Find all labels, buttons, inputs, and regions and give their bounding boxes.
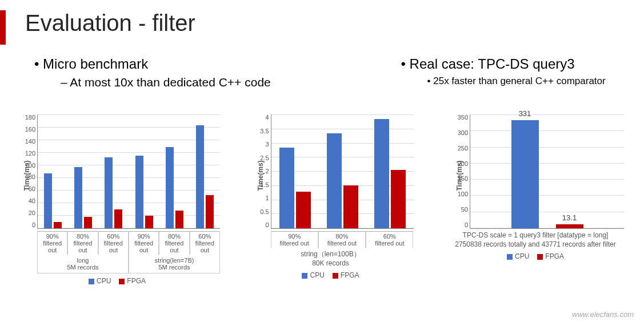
bar-cpu: [74, 167, 82, 228]
bar-fpga: [145, 216, 153, 228]
legend-fpga: FPGA: [119, 277, 146, 285]
chart-2-plot: Time(ms) 43.532.521.510.50: [271, 114, 414, 229]
slide-title: Evaluation - filter: [25, 10, 195, 36]
legend-cpu: CPU: [89, 277, 111, 285]
bar-fpga: [175, 211, 183, 228]
watermark: www.elecfans.com: [572, 310, 634, 319]
bar-cpu: [105, 157, 113, 228]
charts-row: Time(ms) 180160140120100806040200 90%fil…: [11, 114, 633, 285]
chart-2: Time(ms) 43.532.521.510.50 90%filtered o…: [242, 114, 419, 285]
bar-cpu: [196, 125, 204, 228]
chart-2-yticks: 43.532.521.510.50: [252, 114, 269, 228]
left-column: Micro benchmark At most 10x than dedicat…: [17, 56, 395, 95]
bar-fpga: [556, 224, 583, 228]
chart-3-plot: Time(ms) 350300250200150100500 33113.1: [470, 114, 624, 229]
chart-3-legend: CPU FPGA: [507, 252, 564, 260]
legend-fpga: FPGA: [537, 252, 564, 260]
chart-2-subtitle: string（len=100B） 80K records: [301, 250, 360, 268]
bar-cpu: [166, 147, 174, 228]
legend-cpu: CPU: [507, 252, 529, 260]
bullet-columns: Micro benchmark At most 10x than dedicat…: [17, 56, 627, 95]
left-subheading: At most 10x than dedicated C++ code: [61, 76, 395, 89]
bar-cpu: [327, 133, 342, 228]
left-heading: Micro benchmark: [34, 56, 395, 72]
right-column: Real case: TPC-DS query3 25x faster than…: [395, 56, 627, 95]
data-label: 13.1: [556, 213, 583, 222]
chart-1: Time(ms) 180160140120100806040200 90%fil…: [11, 114, 223, 285]
bar-fpga: [114, 209, 122, 228]
right-subheading: 25x faster than general C++ comparator: [427, 76, 627, 87]
chart-1-legend: CPU FPGA: [89, 277, 146, 285]
cpu-swatch: [302, 273, 307, 279]
bar-fpga: [296, 192, 311, 228]
fpga-swatch: [537, 254, 543, 260]
bar-cpu: [374, 119, 389, 228]
chart-3-grid: [470, 114, 624, 228]
chart-1-grid: [38, 114, 220, 228]
fpga-swatch: [333, 273, 338, 279]
bar-fpga: [391, 170, 406, 229]
bar-fpga: [206, 195, 214, 228]
chart-2-legend: CPU FPGA: [302, 271, 359, 279]
cpu-swatch: [507, 254, 513, 260]
chart-3-subtitle: TPC-DS scale = 1 query3 filter [datatype…: [450, 231, 621, 249]
bar-cpu: [135, 156, 143, 228]
chart-1-plot: Time(ms) 180160140120100806040200: [37, 114, 220, 229]
accent-bar: [0, 10, 6, 45]
legend-cpu: CPU: [302, 271, 324, 279]
bar-cpu: [511, 120, 539, 228]
bar-cpu: [44, 173, 52, 228]
cpu-swatch: [89, 279, 94, 284]
bar-fpga: [343, 185, 358, 228]
chart-1-xlabels: 90%filteredout80%filteredout60%filteredo…: [37, 231, 220, 255]
chart-3: Time(ms) 350300250200150100500 33113.1 T…: [438, 114, 633, 285]
legend-fpga: FPGA: [333, 271, 359, 279]
chart-3-yticks: 350300250200150100500: [451, 114, 468, 228]
chart-1-yticks: 180160140120100806040200: [18, 114, 35, 228]
fpga-swatch: [119, 279, 125, 284]
right-heading: Real case: TPC-DS query3: [401, 56, 627, 72]
bar-fpga: [84, 217, 92, 228]
chart-2-xlabels: 90%filtered out80%filtered out60%filtere…: [271, 231, 414, 248]
chart-1-xgroups: long5M recordsstring(len=7B)5M records: [37, 255, 220, 273]
data-label: 331: [511, 109, 539, 118]
bar-cpu: [279, 148, 294, 228]
bar-fpga: [54, 222, 62, 228]
